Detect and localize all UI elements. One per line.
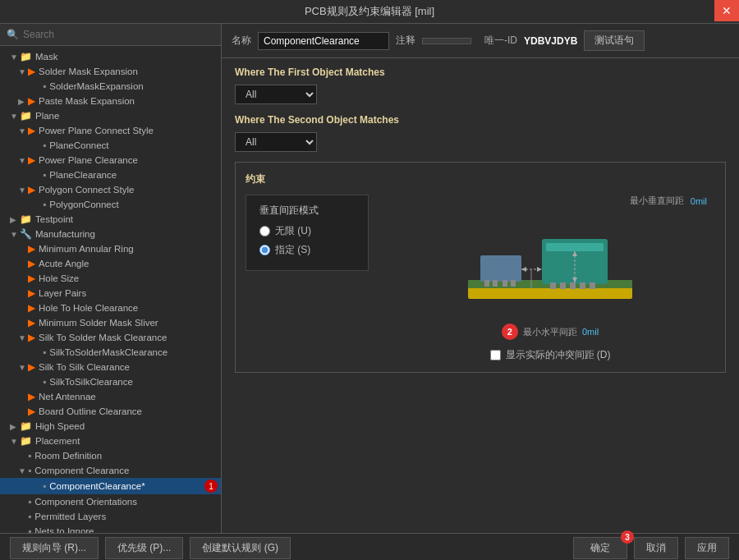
- tree-item-silk-to-solder[interactable]: ▼ ▶ Silk To Solder Mask Clearance: [0, 330, 221, 345]
- ok-button[interactable]: 确定: [573, 537, 627, 559]
- tree-item-polygon-connect-style[interactable]: ▼ ▶ Polygon Connect Style: [0, 182, 221, 197]
- tree-item-label: Manufacturing: [35, 229, 218, 239]
- name-label: 名称: [232, 34, 251, 48]
- tree-item-solder-mask-exp[interactable]: ▼ ▶ Solder Mask Expansion: [0, 64, 221, 79]
- folder-icon: 📁: [20, 110, 32, 122]
- tree-item-solder-mask-exp-item[interactable]: ▶ ▪ SolderMaskExpansion: [0, 79, 221, 94]
- create-default-rules-button[interactable]: 创建默认规则 (G): [190, 537, 291, 559]
- tree-item-high-speed[interactable]: ▶ 📁 High Speed: [0, 419, 221, 434]
- close-button[interactable]: ✕: [714, 0, 739, 21]
- tree-item-component-orientations[interactable]: ▶ ▪ Component Orientations: [0, 494, 221, 509]
- arrow-icon: ▼: [18, 363, 26, 372]
- specified-radio[interactable]: [259, 245, 270, 255]
- rule-icon: ▶: [28, 66, 35, 77]
- rule-item-icon: ▪: [28, 496, 31, 507]
- tree-item-nets-to-ignore[interactable]: ▶ ▪ Nets to Ignore: [0, 524, 221, 533]
- tree-item-silk-to-solder-item[interactable]: ▶ ▪ SilkToSolderMaskClearance: [0, 345, 221, 360]
- tree-item-label: Room Definition: [34, 451, 218, 461]
- tree-item-component-clearance-item[interactable]: ▶ ▪ ComponentClearance* 1: [0, 478, 221, 494]
- tree-item-testpoint[interactable]: ▶ 📁 Testpoint: [0, 212, 221, 227]
- mode-title: 垂直间距模式: [259, 204, 355, 218]
- tree-item-paste-mask-exp[interactable]: ▶ ▶ Paste Mask Expansion: [0, 94, 221, 108]
- arrow-icon: ▼: [18, 466, 26, 475]
- tree-item-hole-size[interactable]: ▶ ▶ Hole Size: [0, 271, 221, 286]
- tree-item-label: Hole Size: [39, 273, 218, 283]
- tree-item-board-outline[interactable]: ▶ ▶ Board Outline Clearance: [0, 404, 221, 419]
- left-panel: 🔍 ▼ 📁 Mask ▼ ▶ Solder Mask Expansion ▶ ▪: [0, 24, 222, 533]
- priority-button[interactable]: 优先级 (P)...: [105, 537, 183, 559]
- tree-item-label: PlaneClearance: [49, 170, 218, 180]
- rule-icon: ▶: [28, 184, 35, 195]
- comment-button[interactable]: [422, 38, 471, 44]
- apply-button[interactable]: 应用: [685, 537, 729, 559]
- tree-item-label: Layer Pairs: [39, 288, 218, 298]
- rule-item-icon: ▪: [43, 199, 46, 210]
- tree-item-label: Permitted Layers: [34, 512, 218, 521]
- first-match-dropdown[interactable]: All Net NetClass Layer: [235, 85, 317, 104]
- unlimited-radio[interactable]: [259, 226, 270, 236]
- tree-item-label: Solder Mask Expansion: [39, 67, 218, 76]
- tree-item-room-definition[interactable]: ▶ ▪ Room Definition: [0, 448, 221, 463]
- specified-option[interactable]: 指定 (S): [259, 243, 355, 257]
- component-diagram: [443, 210, 657, 317]
- tree-item-hole-to-hole[interactable]: ▶ ▶ Hole To Hole Clearance: [0, 301, 221, 315]
- rule-icon: ▶: [28, 125, 35, 136]
- tree-item-label: Component Clearance: [34, 466, 218, 475]
- rule-name-input[interactable]: [258, 32, 389, 50]
- right-panel: 名称 注释 唯一-ID YDBVJDYB 测试语句 Where The Firs…: [222, 24, 739, 533]
- arrow-icon: ▼: [18, 67, 26, 76]
- tree-item-label: Silk To Solder Mask Clearance: [39, 333, 218, 342]
- tree-item-label: Component Orientations: [34, 497, 218, 507]
- tree-item-mask[interactable]: ▼ 📁 Mask: [0, 49, 221, 64]
- tree-item-placement[interactable]: ▼ 📁 Placement: [0, 434, 221, 448]
- rule-item-icon: ▪: [43, 347, 46, 358]
- tree-item-silk-to-silk-item[interactable]: ▶ ▪ SilkToSilkClearance: [0, 374, 221, 389]
- tree-item-label: Paste Mask Expansion: [39, 96, 218, 106]
- badge-3: 3: [621, 530, 634, 544]
- first-match-title: Where The First Object Matches: [235, 67, 726, 78]
- tree-item-acute-angle[interactable]: ▶ ▶ Acute Angle: [0, 256, 221, 271]
- tree-item-silk-to-silk[interactable]: ▼ ▶ Silk To Silk Clearance: [0, 360, 221, 374]
- tree-item-label: Acute Angle: [39, 259, 218, 269]
- tree-item-plane[interactable]: ▼ 📁 Plane: [0, 108, 221, 123]
- svg-rect-2: [480, 255, 521, 282]
- arrow-icon: ▼: [18, 186, 26, 195]
- arrow-icon: ▶: [10, 215, 18, 224]
- tree-item-label: Silk To Silk Clearance: [39, 362, 218, 372]
- tree-container[interactable]: ▼ 📁 Mask ▼ ▶ Solder Mask Expansion ▶ ▪ S…: [0, 46, 221, 533]
- rule-item-icon: ▪: [43, 376, 46, 388]
- tree-item-permitted-layers[interactable]: ▶ ▪ Permitted Layers: [0, 509, 221, 524]
- tree-item-label: PlaneConnect: [49, 140, 218, 150]
- tree-item-min-annular-ring[interactable]: ▶ ▶ Minimum Annular Ring: [0, 241, 221, 256]
- cancel-button[interactable]: 取消: [634, 537, 678, 559]
- svg-rect-6: [511, 280, 516, 287]
- arrow-icon: ▼: [10, 112, 18, 121]
- show-conflicts-label[interactable]: 显示实际的冲突间距 (D): [490, 348, 611, 362]
- tree-item-label: Hole To Hole Clearance: [39, 303, 218, 313]
- tree-item-net-antennae[interactable]: ▶ ▶ Net Antennae: [0, 389, 221, 404]
- tree-item-label: SolderMaskExpansion: [49, 81, 218, 91]
- tree-item-layer-pairs[interactable]: ▶ ▶ Layer Pairs: [0, 286, 221, 301]
- rule-icon: ▶: [28, 243, 35, 255]
- search-input[interactable]: [23, 29, 214, 40]
- unlimited-option[interactable]: 无限 (U): [259, 224, 355, 238]
- min-horiz-value: 0mil: [582, 327, 599, 337]
- tree-item-component-clearance[interactable]: ▼ ▪ Component Clearance: [0, 463, 221, 478]
- rule-icon: ▶: [28, 95, 35, 107]
- tree-item-power-plane-clearance[interactable]: ▼ ▶ Power Plane Clearance: [0, 153, 221, 168]
- rule-wizard-button[interactable]: 规则向导 (R)...: [10, 537, 99, 559]
- tree-item-min-solder-mask[interactable]: ▶ ▶ Minimum Solder Mask Sliver: [0, 315, 221, 330]
- tree-item-power-plane-connect[interactable]: ▼ ▶ Power Plane Connect Style: [0, 123, 221, 138]
- svg-marker-19: [537, 267, 542, 272]
- test-button[interactable]: 测试语句: [584, 30, 645, 51]
- tree-item-label: Power Plane Clearance: [39, 155, 218, 165]
- tree-item-polygon-connect-item[interactable]: ▶ ▪ PolygonConnect: [0, 197, 221, 212]
- tree-item-manufacturing[interactable]: ▼ 🔧 Manufacturing: [0, 227, 221, 241]
- tree-item-plane-clearance-item[interactable]: ▶ ▪ PlaneClearance: [0, 168, 221, 182]
- tree-item-plane-connect-item[interactable]: ▶ ▪ PlaneConnect: [0, 138, 221, 153]
- tree-item-label: ComponentClearance*: [49, 481, 201, 491]
- second-match-dropdown[interactable]: All Net NetClass Layer: [235, 132, 317, 152]
- show-conflicts-checkbox[interactable]: [490, 350, 501, 360]
- rule-icon: ▶: [28, 287, 35, 299]
- rule-icon: ▶: [28, 332, 35, 343]
